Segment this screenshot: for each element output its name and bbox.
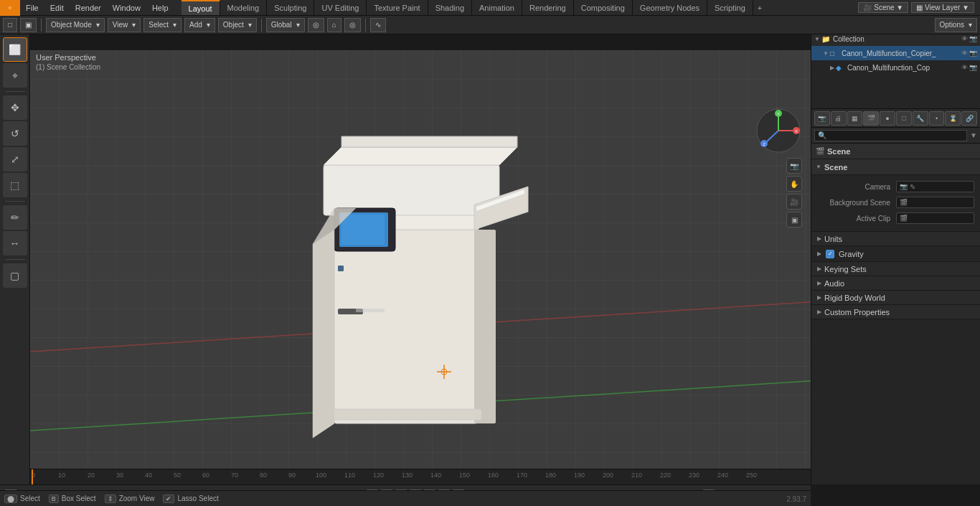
move-tool[interactable]: ✥ [3, 95, 27, 120]
zoom-scroll-icon: ⇕ [105, 495, 116, 503]
background-scene-value[interactable]: 🎬 [896, 197, 974, 208]
object-props-tab[interactable]: □ [896, 111, 912, 126]
camera-view-icon[interactable]: 📷 [786, 158, 802, 174]
camera-persp-icon[interactable]: 🎥 [786, 194, 802, 210]
object-icon: □ [830, 50, 840, 57]
mesh-cam-icon[interactable]: 📷 [969, 64, 977, 71]
tool-sep-2 [5, 201, 25, 202]
select-menu[interactable]: Select [143, 18, 182, 32]
render-region-icon[interactable]: ▣ [786, 212, 802, 228]
scene-props-tab[interactable]: 🎬 [863, 111, 879, 126]
menu-edit[interactable]: Edit [44, 0, 70, 15]
svg-rect-14 [338, 266, 344, 271]
snapping-toggle[interactable]: ⌂ [327, 18, 341, 32]
add-cube-tool[interactable]: ▢ [3, 263, 27, 288]
camera-value[interactable]: 📷 ✎ [896, 181, 974, 192]
viewport-shading-dropdown[interactable]: View [108, 18, 141, 32]
toolbar-sep-2 [261, 19, 262, 32]
physics-tab[interactable]: ⌛ [945, 111, 961, 126]
tab-texture-paint[interactable]: Texture Paint [367, 0, 428, 15]
custom-props-section[interactable]: ▶ Custom Properties [811, 305, 980, 319]
toolbar-sep-1 [41, 19, 42, 32]
output-props-tab[interactable]: 🖨 [831, 111, 847, 126]
mesh-name: Canon_Multifunction_Cop [847, 64, 960, 72]
select-mode-object[interactable]: □ [3, 18, 17, 32]
keying-sets-label: Keying Sets [824, 265, 867, 273]
object-eye-icon[interactable]: 👁 [961, 50, 968, 57]
measure-tool[interactable]: ↔ [3, 231, 27, 256]
particles-tab[interactable]: • [929, 111, 945, 126]
rotate-tool[interactable]: ↺ [3, 121, 27, 146]
visibility-eye-icon[interactable]: 👁 [961, 35, 968, 42]
scene-section-label: Scene [827, 147, 850, 156]
frame-90: 90 [288, 472, 296, 479]
menu-items: File Edit Render Window Help [20, 0, 174, 15]
pivot-point[interactable]: ◎ [308, 18, 324, 32]
viewport-3d[interactable]: X Y Z 📷 ✋ 🎥 ▣ [30, 50, 811, 484]
properties-header: 📷 🖨 ▦ 🎬 ● □ 🔧 • ⌛ 🔗 [811, 109, 980, 128]
svg-marker-7 [341, 136, 517, 147]
tab-scripting[interactable]: Scripting [707, 0, 753, 15]
rigid-body-section[interactable]: ▶ Rigid Body World [811, 291, 980, 305]
scene-selector[interactable]: 🎥 Scene ▼ [858, 2, 908, 13]
navigation-gizmo[interactable]: X Y Z [755, 108, 802, 156]
add-workspace-button[interactable]: + [753, 0, 766, 15]
tab-shading[interactable]: Shading [428, 0, 472, 15]
scene-subsection-header[interactable]: ▼ Scene [811, 159, 980, 175]
modifier-props-tab[interactable]: 🔧 [913, 111, 928, 126]
select-tool[interactable]: ⬜ [3, 37, 27, 62]
units-section[interactable]: ▶ Units [811, 232, 980, 246]
outliner-object-row-copier[interactable]: ▼ □ Canon_Multifunction_Copier_ 👁 📷 [811, 46, 980, 60]
object-mode-dropdown[interactable]: Object Mode [46, 18, 105, 32]
menu-window[interactable]: Window [107, 0, 146, 15]
constraints-tab[interactable]: 🔗 [961, 111, 977, 126]
timeline-scrubber[interactable]: 0 10 20 30 40 50 60 70 80 90 100 110 120… [30, 469, 811, 484]
menu-render[interactable]: Render [70, 0, 107, 15]
world-props-tab[interactable]: ● [880, 111, 895, 126]
cursor-tool[interactable]: ⌖ [3, 63, 27, 88]
options-dropdown[interactable]: Options [935, 18, 977, 32]
tab-rendering[interactable]: Rendering [522, 0, 574, 15]
properties-filter-icon[interactable]: ▼ [970, 131, 977, 139]
tab-modeling[interactable]: Modeling [220, 0, 268, 15]
scene-section-header[interactable]: 🎬 Scene [811, 144, 980, 159]
audio-section[interactable]: ▶ Audio [811, 276, 980, 291]
tab-geometry-nodes[interactable]: Geometry Nodes [633, 0, 707, 15]
object-arrow: ▼ [823, 50, 829, 57]
menu-file[interactable]: File [20, 0, 44, 15]
select-mode-edit[interactable]: ▣ [20, 18, 37, 32]
falloff-type[interactable]: ∿ [370, 18, 386, 32]
tab-sculpting[interactable]: Sculpting [267, 0, 314, 15]
background-scene-icon: 🎬 [900, 199, 908, 206]
add-menu[interactable]: Add [184, 18, 215, 32]
tab-compositing[interactable]: Compositing [574, 0, 633, 15]
properties-search-input[interactable] [814, 130, 967, 141]
tab-layout[interactable]: Layout [182, 0, 220, 15]
mesh-eye-icon[interactable]: 👁 [961, 64, 968, 71]
keying-sets-section[interactable]: ▶ Keying Sets [811, 262, 980, 276]
render-props-tab[interactable]: 📷 [814, 111, 830, 126]
render-camera-icon[interactable]: 📷 [969, 35, 977, 42]
object-menu[interactable]: Object [218, 18, 257, 32]
tab-uv-editing[interactable]: UV Editing [314, 0, 367, 15]
tab-animation[interactable]: Animation [472, 0, 522, 15]
view-layer-tab[interactable]: ▦ [847, 111, 863, 126]
annotate-tool[interactable]: ✏ [3, 205, 27, 230]
gravity-checkbox[interactable]: ✓ [826, 250, 834, 258]
gravity-row: ▶ ✓ Gravity [811, 246, 980, 262]
copier-svg [263, 86, 550, 445]
frame-250: 250 [746, 472, 757, 479]
view-layer-selector[interactable]: ▦ View Layer ▼ [911, 2, 974, 13]
hand-tool-icon[interactable]: ✋ [786, 176, 802, 192]
menu-help[interactable]: Help [146, 0, 174, 15]
lasso-status: ✔ Lasso Select [163, 495, 218, 503]
scale-tool[interactable]: ⤢ [3, 147, 27, 172]
transform-orientation[interactable]: Global [266, 18, 305, 32]
active-clip-value[interactable]: 🎬 [896, 212, 974, 224]
object-cam-icon[interactable]: 📷 [969, 50, 977, 57]
proportional-editing[interactable]: ◎ [344, 18, 361, 32]
frame-80: 80 [260, 472, 267, 479]
outliner-mesh-row[interactable]: ▶ ◆ Canon_Multifunction_Cop 👁 📷 [811, 60, 980, 75]
transform-tool[interactable]: ⬚ [3, 173, 27, 197]
left-tool-panel: ⬜ ⌖ ✥ ↺ ⤢ ⬚ ✏ ↔ ▢ [0, 34, 30, 484]
